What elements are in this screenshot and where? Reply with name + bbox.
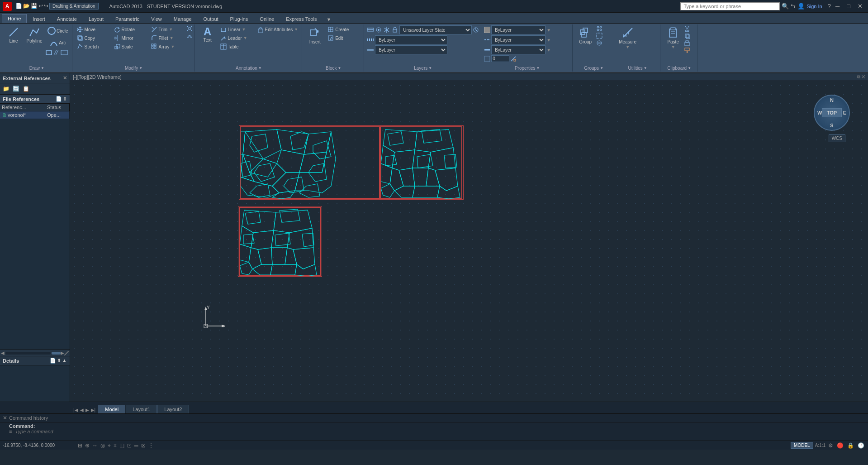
toolbar-btn2[interactable]: 🔄 [12,85,20,93]
paste2-icon[interactable] [684,40,690,46]
block-edit-button[interactable]: Edit [326,34,362,42]
prop-dropdown2[interactable]: ▼ [546,38,551,43]
draw-line-button[interactable]: Line [4,25,24,44]
clipboard-dropdown-arrow[interactable]: ▼ [688,66,691,70]
match-props-icon[interactable] [510,56,517,62]
leader-dropdown[interactable]: ▼ [243,36,247,40]
status-dyn-icon[interactable]: ⊡ [126,442,133,449]
prop-dropdown3[interactable]: ▼ [546,48,551,53]
transparency-input[interactable] [491,55,509,62]
modify-mirror-button[interactable]: Mirror [112,34,148,42]
tab-prev-btn[interactable]: ◀ [79,407,85,413]
modify-group-label[interactable]: Modify ▼ [75,65,193,71]
modify-array-button[interactable]: Array ▼ [149,43,185,51]
file-ref-icon2[interactable]: ⬆ [63,96,67,102]
status-tspace-icon[interactable]: ⊠ [140,442,147,449]
fillet-dropdown[interactable]: ▼ [170,36,174,40]
status-gear-icon[interactable]: ⚙ [827,442,834,449]
layer-lock-icon[interactable] [391,26,398,34]
draw-polyline-button[interactable]: Polyline [24,25,44,44]
model-btn[interactable]: MODEL [791,442,813,449]
layer-freeze-icon[interactable] [383,26,390,34]
groups-group-label[interactable]: Groups ▼ [575,65,612,71]
measure-dropdown[interactable]: ▼ [626,45,630,49]
toolbar-btn3[interactable]: 📋 [22,85,30,93]
tab-manage[interactable]: Manage [168,14,198,23]
tab-layout[interactable]: Layout [83,14,109,23]
properties-dropdown-arrow[interactable]: ▼ [536,66,540,70]
command-input[interactable] [15,429,105,434]
layer-state-icon[interactable] [473,27,479,33]
tab-plugins[interactable]: Plug-ins [224,14,254,23]
ribbon-customize[interactable]: ▼ [324,16,333,23]
cut-icon[interactable] [684,25,690,32]
compass-top[interactable]: TOP [822,108,842,117]
command-close-btn[interactable]: ✕ [3,415,7,421]
layers-dropdown-arrow[interactable]: ▼ [428,66,432,70]
close-button[interactable]: ✕ [855,3,865,10]
status-grid-icon[interactable]: ⊞ [77,442,83,449]
block-create-button[interactable]: Create [326,25,362,34]
search-icon[interactable]: 🔍 [782,3,789,10]
modify-trim-button[interactable]: Trim ▼ [149,25,185,34]
main-canvas[interactable]: [-][Top][2D Wireframe] ⧉ ✕ .vc{stroke:#0… [70,73,868,402]
draw-dropdown-arrow[interactable]: ▼ [41,66,44,70]
draw-group-label[interactable]: Draw ▼ [4,65,70,71]
tab-last-btn[interactable]: ▶| [90,407,97,413]
block-dropdown-arrow[interactable]: ▼ [337,66,341,70]
exchange-icon[interactable]: ⇆ [791,3,796,10]
tab-output[interactable]: Output [198,14,224,23]
file-ref-icon1[interactable]: 📄 [56,96,62,102]
tab-first-btn[interactable]: |◀ [72,407,79,413]
linear-dropdown[interactable]: ▼ [242,27,246,32]
file-ref-row[interactable]: 🖹 voronoi* Ope... [0,111,70,119]
workspace-dropdown[interactable]: Drafting & Annotation [49,3,99,10]
array-dropdown[interactable]: ▼ [171,44,175,49]
details-icon2[interactable]: ⬆ [57,358,61,364]
annotation-group-label[interactable]: Annotation ▼ [198,65,300,71]
panel-close-btn[interactable]: ✕ [63,75,67,81]
modify-fillet-button[interactable]: Fillet ▼ [149,34,185,42]
tab-layout1[interactable]: Layout1 [126,405,157,413]
annotation-linear-button[interactable]: Linear ▼ [218,25,255,34]
annotation-edit-attr-button[interactable]: Edit Attributes ▼ [256,25,300,34]
annotation-text-button[interactable]: A Text [198,25,218,43]
status-annotate-icon[interactable]: 🔴 [836,442,844,449]
group-icon4[interactable] [596,40,602,46]
sign-in-link[interactable]: Sign In [806,4,822,9]
annotation-dropdown-arrow[interactable]: ▼ [258,66,262,70]
scroll-thumb[interactable] [52,352,61,355]
utilities-dropdown-arrow[interactable]: ▼ [644,66,647,70]
details-icon1[interactable]: 📄 [50,358,56,364]
modify-stretch-button[interactable]: Stretch [75,43,111,51]
groups-dropdown-arrow[interactable]: ▼ [600,66,603,70]
tab-view[interactable]: View [145,14,168,23]
quick-access-undo[interactable]: ↩ [38,3,43,10]
block-group-label[interactable]: Block ▼ [305,65,362,71]
group-button[interactable]: Group [575,25,595,45]
tab-next-btn[interactable]: ▶ [85,407,90,413]
clipboard-group-label[interactable]: Clipboard ▼ [663,65,695,71]
tab-annotate[interactable]: Annotate [51,14,83,23]
tab-parametric[interactable]: Parametric [109,14,145,23]
prop-dropdown1[interactable]: ▼ [546,28,551,33]
draw-arc-button[interactable]: Arc [45,37,70,48]
canvas-area[interactable]: .vc{stroke:#00d8d8;stroke-width:1.2;fill… [70,81,868,399]
modify-copy-button[interactable]: Copy [75,34,111,42]
measure-button[interactable]: Measure ▼ [617,25,638,50]
draw-circle-button[interactable]: Circle [45,25,70,36]
block-insert-button[interactable]: Insert [305,25,325,45]
copy2-icon[interactable] [684,33,690,39]
maximize-button[interactable]: □ [844,3,853,10]
group-icon2[interactable] [596,25,602,32]
group-icon3[interactable] [596,33,602,39]
lineweight-dropdown[interactable]: ByLayer [491,45,545,54]
status-ducs-icon[interactable]: ◫ [119,442,125,449]
scroll-track[interactable] [5,352,51,355]
quick-access-new[interactable]: 📄 [15,3,22,10]
tab-home[interactable]: Home [2,14,27,23]
tab-insert[interactable]: Insert [27,14,51,23]
status-lw-icon[interactable]: ═ [133,442,139,449]
layer-on-icon[interactable] [375,26,382,34]
edit-attr-dropdown[interactable]: ▼ [294,27,298,32]
